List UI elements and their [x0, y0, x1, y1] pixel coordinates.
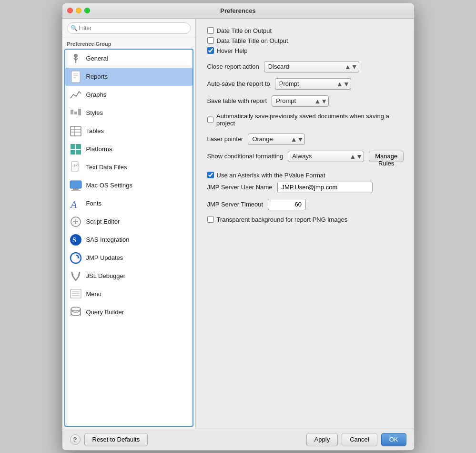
show-conditional-wrapper: Always Never When selected ▲▼	[288, 151, 364, 162]
laser-pointer-row: Laser pointer Orange Red Green Blue ▲▼	[207, 134, 403, 145]
sidebar-item-jmp-updates[interactable]: JMP Updates	[65, 249, 192, 267]
ok-button[interactable]: OK	[381, 433, 406, 446]
sidebar-item-menu[interactable]: Menu	[65, 285, 192, 303]
sidebar-item-sas-integration[interactable]: S SAS Integration	[65, 231, 192, 249]
sidebar-label-tables: Tables	[86, 127, 104, 134]
sidebar-label-graphs: Graphs	[86, 91, 107, 98]
cancel-button[interactable]: Cancel	[342, 433, 377, 446]
sidebar-item-graphs[interactable]: Graphs	[65, 86, 192, 104]
jmp-updates-icon	[69, 251, 82, 265]
auto-save-project-checkbox[interactable]	[207, 116, 213, 123]
hover-help-row: Hover Help	[207, 47, 403, 54]
minimize-button[interactable]	[76, 8, 81, 13]
sidebar-item-mac-os-settings[interactable]: Mac OS Settings	[65, 176, 192, 195]
svg-rect-11	[71, 126, 81, 136]
auto-save-label: Auto-save the report to	[207, 80, 270, 87]
laser-pointer-wrapper: Orange Red Green Blue ▲▼	[248, 134, 305, 145]
sidebar-item-tables[interactable]: Tables	[65, 122, 192, 140]
close-report-action-label: Close report action	[207, 63, 259, 70]
filter-wrapper: 🔍	[67, 22, 191, 34]
graphs-icon	[69, 88, 82, 102]
server-timeout-row: JMP Server Timeout	[207, 199, 403, 210]
filter-input[interactable]	[67, 22, 191, 34]
preference-group-label: Preference Group	[62, 38, 195, 49]
sidebar-item-styles[interactable]: Styles	[65, 104, 192, 122]
platforms-icon	[69, 143, 82, 156]
asterisk-checkbox[interactable]	[207, 172, 214, 178]
sidebar-list: General Reports Graphs	[64, 49, 193, 427]
window-controls	[67, 8, 90, 13]
apply-button[interactable]: Apply	[306, 433, 338, 446]
search-icon: 🔍	[71, 25, 78, 31]
tables-icon	[69, 124, 82, 138]
mac-os-settings-icon	[69, 179, 82, 192]
svg-point-38	[71, 307, 81, 311]
maximize-button[interactable]	[84, 8, 90, 13]
svg-rect-23	[71, 190, 81, 191]
hover-help-checkbox[interactable]	[207, 47, 214, 54]
close-report-action-row: Close report action Discard Save Prompt …	[207, 61, 403, 72]
sidebar-label-script-editor: Script Editor	[86, 218, 120, 225]
manage-rules-button[interactable]: Manage Rules	[369, 151, 404, 162]
asterisk-row: Use an Asterisk with the PValue Format	[207, 172, 403, 179]
data-table-title-checkbox[interactable]	[207, 37, 214, 44]
laser-pointer-select[interactable]: Orange Red Green Blue	[248, 134, 305, 145]
hover-help-label: Hover Help	[217, 47, 248, 54]
svg-rect-15	[71, 144, 75, 149]
auto-save-project-row: Automatically save previously saved docu…	[207, 113, 403, 127]
svg-rect-10	[78, 109, 81, 115]
auto-save-select[interactable]: Prompt Always Never	[275, 78, 351, 90]
server-user-name-row: JMP Server User Name	[207, 182, 403, 193]
content-area: 🔍 Preference Group General	[62, 19, 414, 429]
sidebar: 🔍 Preference Group General	[62, 19, 196, 429]
footer-left: ? Reset to Defaults	[70, 433, 148, 446]
preferences-window: Preferences 🔍 Preference Group General	[62, 3, 415, 451]
show-conditional-row: Show conditional formatting Always Never…	[207, 151, 403, 162]
svg-text:.TXT: .TXT	[72, 164, 79, 167]
reset-defaults-button[interactable]: Reset to Defaults	[84, 433, 148, 446]
sidebar-item-jsl-debugger[interactable]: JSL Debugger	[65, 267, 192, 285]
show-conditional-select[interactable]: Always Never When selected	[288, 151, 364, 162]
query-builder-icon	[69, 306, 82, 319]
sidebar-item-script-editor[interactable]: Script Editor	[65, 213, 192, 231]
svg-text:S: S	[72, 237, 76, 244]
svg-text:A: A	[70, 198, 77, 210]
text-data-files-icon: .TXT	[69, 161, 82, 174]
sidebar-item-platforms[interactable]: Platforms	[65, 140, 192, 158]
filter-box: 🔍	[62, 19, 195, 38]
server-timeout-input[interactable]	[268, 199, 306, 210]
svg-rect-16	[76, 144, 81, 149]
help-button[interactable]: ?	[70, 434, 81, 445]
close-report-action-select[interactable]: Discard Save Prompt	[264, 61, 359, 72]
svg-rect-17	[71, 150, 75, 154]
svg-rect-18	[76, 150, 81, 154]
date-title-checkbox[interactable]	[207, 27, 214, 34]
close-button[interactable]	[67, 8, 73, 13]
menu-icon	[69, 288, 82, 301]
laser-pointer-label: Laser pointer	[207, 135, 243, 143]
date-title-row: Date Title on Output	[207, 27, 403, 34]
save-table-row: Save table with report Prompt Always Nev…	[207, 95, 403, 107]
sidebar-item-fonts[interactable]: A Fonts	[65, 195, 192, 213]
svg-rect-21	[70, 181, 81, 188]
save-table-wrapper: Prompt Always Never ▲▼	[272, 95, 329, 107]
styles-icon	[69, 106, 82, 120]
data-table-title-row: Data Table Title on Output	[207, 37, 403, 44]
sidebar-label-query-builder: Query Builder	[86, 309, 124, 316]
server-user-name-input[interactable]	[277, 182, 373, 193]
sidebar-label-jsl-debugger: JSL Debugger	[86, 272, 126, 279]
sidebar-item-query-builder[interactable]: Query Builder	[65, 303, 192, 321]
save-table-select[interactable]: Prompt Always Never	[272, 95, 329, 107]
asterisk-label: Use an Asterisk with the PValue Format	[217, 172, 325, 179]
sidebar-label-text-data-files: Text Data Files	[86, 164, 127, 171]
sidebar-item-text-data-files[interactable]: .TXT Text Data Files	[65, 158, 192, 176]
titlebar: Preferences	[62, 3, 414, 19]
sidebar-label-sas-integration: SAS Integration	[86, 236, 130, 243]
sidebar-label-menu: Menu	[86, 290, 102, 298]
sidebar-item-reports[interactable]: Reports	[65, 68, 192, 86]
sidebar-label-jmp-updates: JMP Updates	[86, 254, 123, 261]
footer: ? Reset to Defaults Apply Cancel OK	[62, 429, 414, 450]
transparent-bg-checkbox[interactable]	[207, 216, 214, 223]
transparent-bg-row: Transparent background for report PNG im…	[207, 216, 403, 223]
sidebar-item-general[interactable]: General	[65, 50, 192, 68]
